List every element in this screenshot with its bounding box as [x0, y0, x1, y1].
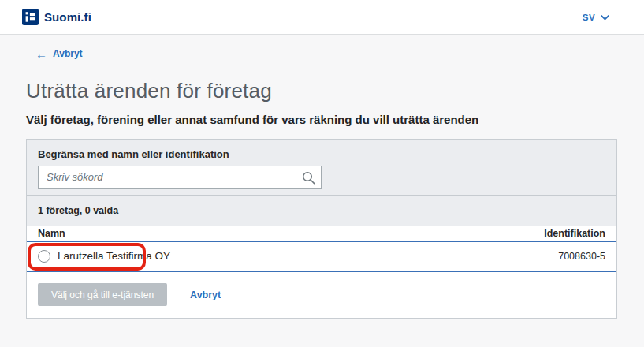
back-cancel-label: Avbryt	[53, 48, 83, 59]
language-selector[interactable]: SV	[583, 0, 609, 35]
company-radio[interactable]	[38, 250, 50, 263]
page-content: ← Avbryt Uträtta ärenden för företag Väl…	[26, 35, 617, 319]
search-label: Begränsa med namn eller identifikation	[38, 148, 605, 160]
company-row-left: Larutzella Testifirma OY	[38, 250, 170, 263]
submit-button[interactable]: Välj och gå till e-tjänsten	[38, 283, 167, 306]
language-code: SV	[583, 13, 595, 22]
page-subtitle: Välj företag, förening eller annat samfu…	[26, 113, 617, 127]
suomifi-brand-link[interactable]: Suomi.fi	[22, 9, 91, 25]
left-arrow-icon: ←	[35, 48, 47, 60]
app-header: Suomi.fi SV	[0, 0, 644, 35]
suomifi-logo-icon	[22, 9, 39, 25]
search-input[interactable]	[38, 166, 322, 189]
column-header-name: Namn	[38, 228, 65, 239]
panel-footer: Välj och gå till e-tjänsten Avbryt	[27, 272, 616, 318]
company-identifikation: 7008630-5	[558, 251, 605, 262]
result-count-text: 1 företag, 0 valda	[38, 205, 118, 216]
chevron-down-icon	[601, 15, 609, 21]
company-select-panel: Begränsa med namn eller identifikation 1…	[26, 139, 617, 319]
result-count-bar: 1 företag, 0 valda	[27, 196, 616, 226]
search-section: Begränsa med namn eller identifikation	[27, 140, 616, 196]
cancel-link[interactable]: Avbryt	[190, 289, 221, 300]
company-name: Larutzella Testifirma OY	[58, 250, 170, 262]
table-header-row: Namn Identifikation	[27, 226, 616, 242]
search-field-wrap	[38, 166, 322, 189]
back-cancel-link[interactable]: ← Avbryt	[35, 48, 83, 59]
column-header-identifikation: Identifikation	[544, 228, 605, 239]
brand-name: Suomi.fi	[44, 10, 91, 24]
company-row[interactable]: Larutzella Testifirma OY 7008630-5	[27, 242, 616, 272]
search-icon	[302, 171, 315, 185]
page-title: Uträtta ärenden för företag	[26, 79, 617, 103]
